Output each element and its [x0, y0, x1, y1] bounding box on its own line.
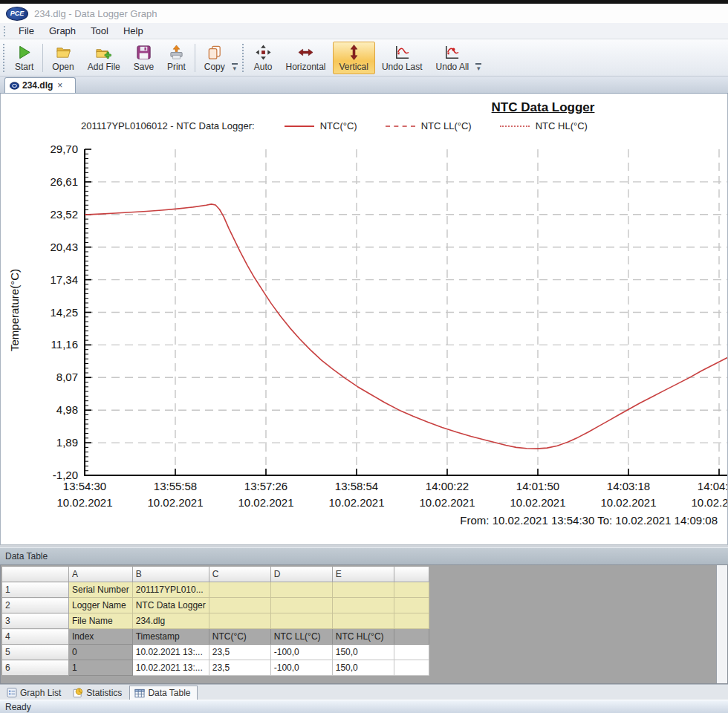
table-cell[interactable]	[394, 613, 429, 629]
column-header[interactable]: D	[270, 567, 332, 582]
column-header[interactable]: B	[132, 567, 209, 582]
row-header[interactable]: 3	[2, 613, 69, 629]
table-cell[interactable]	[394, 582, 429, 598]
table-cell[interactable]: 150,0	[332, 660, 394, 676]
undo-all-icon	[443, 44, 461, 61]
open-button[interactable]: Open	[45, 42, 80, 74]
table-cell[interactable]	[270, 582, 332, 598]
table-cell[interactable]	[209, 582, 270, 598]
status-bar: Ready	[0, 700, 728, 713]
open-folder-icon	[55, 44, 72, 61]
toolbar-overflow-button[interactable]: ▾	[232, 63, 238, 71]
table-cell[interactable]: 150,0	[332, 645, 394, 660]
table-row: 1Serial Number201117YPL010...	[2, 582, 429, 598]
table-cell[interactable]	[394, 629, 429, 645]
document-tab-bar: 234.dlg ×	[0, 76, 728, 94]
toolbar-grip-handle[interactable]	[242, 44, 244, 72]
tab-statistics[interactable]: Statistics	[68, 686, 128, 700]
table-cell[interactable]: Logger Name	[69, 598, 133, 613]
column-header[interactable]	[2, 567, 69, 582]
column-header[interactable]: A	[69, 567, 133, 582]
x-tick-date-label: 10.02.2021	[419, 496, 475, 509]
app-window: PCE 234.dlg - Data Logger Graph File Gra…	[0, 0, 728, 713]
print-button[interactable]: Print	[160, 42, 192, 74]
table-cell[interactable]: NTC Data Logger	[132, 598, 209, 613]
menu-tool[interactable]: Tool	[83, 24, 116, 38]
toolbar-overflow-button[interactable]: ▾	[475, 63, 481, 71]
pce-logo-icon: PCE	[6, 7, 28, 21]
row-header[interactable]: 2	[2, 598, 69, 613]
toolbar-grip-handle[interactable]	[3, 44, 4, 72]
table-cell[interactable]	[394, 660, 429, 676]
table-cell[interactable]: NTC HL(°C)	[332, 629, 394, 645]
row-header[interactable]: 5	[2, 645, 69, 660]
menu-help[interactable]: Help	[116, 24, 151, 38]
chart-title: NTC Data Logger	[402, 100, 684, 115]
table-cell[interactable]	[270, 613, 332, 629]
row-header[interactable]: 4	[2, 629, 69, 645]
table-cell[interactable]	[270, 598, 332, 613]
table-cell[interactable]: 0	[69, 645, 133, 660]
copy-button[interactable]: Copy	[198, 42, 232, 74]
vertical-scrollbar[interactable]	[716, 565, 727, 683]
table-cell[interactable]	[332, 598, 394, 613]
tab-close-icon[interactable]: ×	[57, 80, 62, 91]
table-cell[interactable]: 10.02.2021 13:...	[132, 645, 209, 660]
add-file-button[interactable]: Add File	[81, 42, 127, 74]
table-cell[interactable]: 201117YPL010...	[132, 582, 209, 598]
table-cell[interactable]: NTC(°C)	[209, 629, 270, 645]
tab-234dlg[interactable]: 234.dlg ×	[4, 77, 76, 93]
row-header[interactable]: 1	[2, 582, 69, 598]
table-cell[interactable]: -100,0	[270, 660, 332, 676]
table-cell[interactable]: 10.02.2021 13:...	[132, 660, 209, 676]
status-text: Ready	[5, 702, 31, 712]
table-cell[interactable]: File Name	[69, 613, 133, 629]
undo-all-button[interactable]: Undo All	[429, 42, 476, 74]
auto-zoom-button[interactable]: Auto	[247, 42, 279, 74]
table-cell[interactable]	[209, 613, 270, 629]
table-cell[interactable]	[394, 645, 429, 660]
table-cell[interactable]: 23,5	[209, 660, 270, 676]
legend-series-prefix: 201117YPL0106012 - NTC Data Logger:	[81, 120, 255, 131]
auto-label: Auto	[254, 62, 273, 72]
table-cell[interactable]	[209, 598, 270, 613]
table-cell[interactable]: -100,0	[270, 645, 332, 660]
column-header[interactable]	[394, 567, 429, 582]
statistics-icon	[73, 688, 83, 697]
table-cell[interactable]	[332, 613, 394, 629]
y-tick-label: 8,07	[56, 371, 78, 383]
horizontal-zoom-button[interactable]: Horizontal	[279, 42, 332, 74]
vertical-zoom-button[interactable]: Vertical	[333, 42, 375, 74]
legend-entry-label: NTC(°C)	[320, 120, 357, 131]
tab-data-table[interactable]: Data Table	[129, 686, 197, 700]
table-cell[interactable]: 1	[69, 660, 133, 676]
column-header[interactable]: E	[332, 567, 394, 582]
legend-line-dashed-icon	[386, 126, 415, 127]
menu-grip-handle[interactable]	[4, 26, 5, 36]
tab-label: 234.dlg	[22, 80, 53, 91]
table-cell[interactable]: Serial Number	[69, 582, 133, 598]
x-tick-date-label: 10.02.2021	[56, 496, 112, 509]
menu-graph[interactable]: Graph	[42, 24, 83, 38]
table-cell[interactable]	[394, 598, 429, 613]
table-cell[interactable]: Index	[69, 629, 133, 645]
x-tick-time-label: 14:04:46	[698, 480, 728, 492]
y-tick-label: 4,98	[56, 403, 78, 416]
tab-graph-list[interactable]: Graph List	[2, 686, 67, 700]
save-button[interactable]: Save	[127, 42, 160, 74]
table-cell[interactable]: Timestamp	[132, 629, 209, 645]
table-cell[interactable]: 23,5	[209, 645, 270, 660]
data-table[interactable]: ABCDE1Serial Number201117YPL010...2Logge…	[1, 566, 429, 676]
row-header[interactable]: 6	[2, 660, 69, 676]
menu-bar: File Graph Tool Help	[0, 23, 728, 39]
undo-last-icon	[394, 44, 411, 61]
undo-last-button[interactable]: Undo Last	[375, 42, 429, 74]
table-cell[interactable]	[332, 582, 394, 598]
column-header[interactable]: C	[209, 567, 270, 582]
start-button[interactable]: Start	[8, 42, 40, 74]
table-cell[interactable]: NTC LL(°C)	[270, 629, 332, 645]
x-tick-date-label: 10.02.2021	[510, 496, 565, 509]
table-cell[interactable]: 234.dlg	[132, 613, 209, 629]
menu-file[interactable]: File	[11, 24, 42, 38]
line-chart[interactable]: 29,7026,6123,5220,4317,3414,2511,168,074…	[1, 94, 728, 544]
